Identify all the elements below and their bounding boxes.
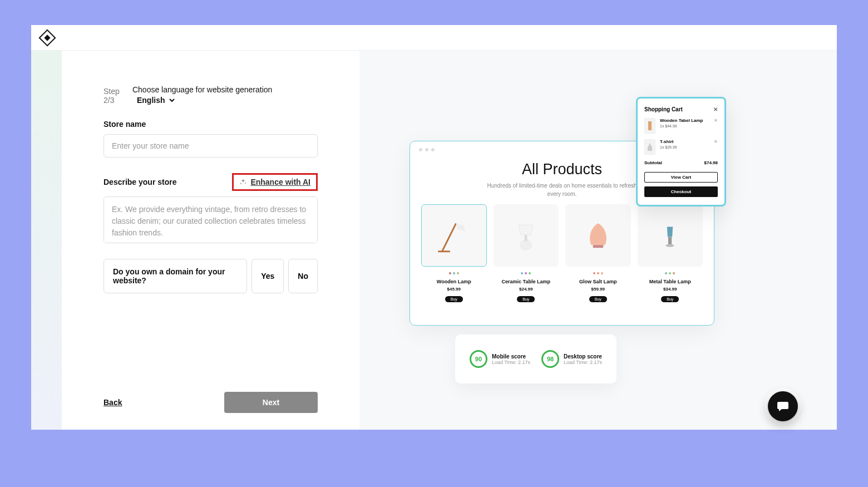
chat-icon xyxy=(776,400,790,413)
view-cart-button: View Cart xyxy=(644,172,718,183)
domain-no-button[interactable]: No xyxy=(288,259,318,293)
product-image xyxy=(421,204,487,267)
remove-item-icon: ✕ xyxy=(714,118,718,123)
enhance-with-ai-button[interactable]: Enhance with AI xyxy=(250,178,310,186)
subtotal-value: $74.98 xyxy=(704,160,718,165)
cart-item-thumb xyxy=(644,118,655,134)
product-image xyxy=(638,204,703,267)
remove-item-icon: ✕ xyxy=(714,139,718,144)
main: Step 2/3 Choose language for website gen… xyxy=(31,51,837,430)
describe-store-label: Describe your store xyxy=(103,178,177,186)
product-price: $34.99 xyxy=(663,287,677,292)
svg-rect-3 xyxy=(525,235,527,241)
preview-panel: All Products Hundreds of limited-time de… xyxy=(359,51,837,430)
checkout-button: Checkout xyxy=(644,186,718,197)
cart-item: Wooden Tabel Lamp 1x $44.99 ✕ xyxy=(644,118,718,134)
performance-scores-card: 90 Mobile score Load Time: 2.17s 98 Desk… xyxy=(455,334,617,383)
cart-item: T-shirt 1x $29.99 ✕ xyxy=(644,139,718,155)
cart-title: Shopping Cart xyxy=(644,106,683,112)
svg-rect-5 xyxy=(668,237,672,245)
desktop-score-sub: Load Time: 2.17s xyxy=(564,360,602,365)
product-price: $59.99 xyxy=(591,287,605,292)
domain-row: Do you own a domain for your website? Ye… xyxy=(103,259,318,293)
subtotal-label: Subtotal xyxy=(644,160,662,165)
language-select[interactable]: English xyxy=(132,94,176,106)
svg-rect-4 xyxy=(593,245,603,248)
product-name: Ceramic Table Lamp xyxy=(502,279,550,284)
mobile-score-title: Mobile score xyxy=(492,353,530,360)
product-name: Glow Salt Lamp xyxy=(579,279,617,284)
brand-logo-icon xyxy=(38,29,56,46)
mobile-score-ring-icon: 90 xyxy=(470,350,487,368)
product-card: Glow Salt Lamp $59.99 Buy xyxy=(565,204,631,302)
app-frame: Step 2/3 Choose language for website gen… xyxy=(31,25,837,430)
store-name-label: Store name xyxy=(103,120,318,129)
describe-store-textarea[interactable] xyxy=(103,196,318,243)
buy-button: Buy xyxy=(661,296,679,302)
mobile-score-sub: Load Time: 2.17s xyxy=(492,360,530,365)
back-button[interactable]: Back xyxy=(103,398,122,407)
svg-line-0 xyxy=(442,223,456,251)
product-card: Metal Table Lamp $34.99 Buy xyxy=(638,204,703,302)
cart-item-thumb xyxy=(644,139,655,155)
close-icon: ✕ xyxy=(713,106,718,112)
svg-rect-1 xyxy=(438,250,450,252)
product-image xyxy=(565,204,631,267)
svg-point-2 xyxy=(520,239,532,250)
form-panel: Step 2/3 Choose language for website gen… xyxy=(62,51,359,430)
domain-question: Do you own a domain for your website? xyxy=(103,259,247,293)
chat-bubble-button[interactable] xyxy=(768,391,798,421)
cart-item-price: 1x $44.99 xyxy=(660,124,709,128)
describe-header: Describe your store Enhance with AI xyxy=(103,173,318,191)
buy-button: Buy xyxy=(589,296,607,302)
desktop-score-ring-icon: 98 xyxy=(541,350,559,368)
cart-item-price: 1x $29.99 xyxy=(660,145,709,149)
language-label: Choose language for website generation xyxy=(132,85,272,94)
svg-rect-7 xyxy=(648,121,652,130)
enhance-with-ai-highlight: Enhance with AI xyxy=(232,173,318,191)
product-name: Wooden Lamp xyxy=(437,279,471,284)
buy-button: Buy xyxy=(517,296,535,302)
topbar xyxy=(31,25,837,51)
desktop-score-title: Desktop score xyxy=(564,353,602,360)
window-dots-icon xyxy=(419,148,435,151)
footer-row: Back Next xyxy=(103,392,318,430)
next-button[interactable]: Next xyxy=(224,392,318,413)
product-card: Ceramic Table Lamp $24.99 Buy xyxy=(494,204,559,302)
shopping-cart-popup: Shopping Cart ✕ Wooden Tabel Lamp 1x $44… xyxy=(636,97,726,206)
product-image xyxy=(494,204,559,267)
svg-point-6 xyxy=(666,244,674,247)
left-rail xyxy=(31,51,62,430)
step-row: Step 2/3 Choose language for website gen… xyxy=(103,85,318,106)
product-price: $24.99 xyxy=(519,287,532,292)
cart-item-name: Wooden Tabel Lamp xyxy=(660,118,709,123)
buy-button: Buy xyxy=(445,296,463,302)
step-indicator: Step 2/3 xyxy=(103,87,132,105)
store-name-input[interactable] xyxy=(103,134,318,158)
sparkle-icon xyxy=(239,178,247,186)
product-card: Wooden Lamp $45.99 Buy xyxy=(421,204,487,302)
products-row: Wooden Lamp $45.99 Buy Ceramic Table Lam… xyxy=(421,204,703,302)
product-price: $45.99 xyxy=(447,287,461,292)
cart-item-name: T-shirt xyxy=(660,139,709,144)
domain-yes-button[interactable]: Yes xyxy=(251,259,284,293)
product-name: Metal Table Lamp xyxy=(649,279,691,284)
